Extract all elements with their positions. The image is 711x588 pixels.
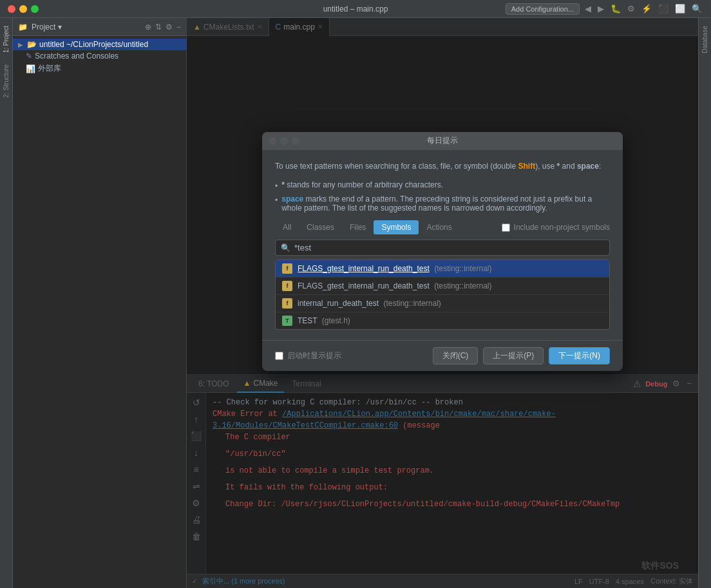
tip-shift: Shift xyxy=(518,162,536,171)
search-icon[interactable]: 🔍 xyxy=(690,3,703,15)
editor-bottom-split: ▲ CMakeLists.txt ✕ C main.cpp ✕ 6: TODO xyxy=(187,18,698,588)
bullet-text-2: space marks the end of a pattern. The pr… xyxy=(281,194,610,213)
project-panel: 📁 Project ▾ ⊕ ⇅ ⚙ − ▶ 📂 untitled ~/CLion… xyxy=(13,18,187,588)
sidebar-item-structure[interactable]: 2: Structure xyxy=(1,59,12,103)
search-tab-files[interactable]: Files xyxy=(342,220,374,234)
search-checkbox-area: Include non-project symbols xyxy=(502,223,610,232)
result-name-0: FLAGS_gtest_internal_run_death_test (tes… xyxy=(298,264,492,273)
sync-icon[interactable]: ⇅ xyxy=(155,23,162,32)
minimize-panel-icon[interactable]: − xyxy=(176,23,181,32)
tree-item-external-libs[interactable]: 📊 外部库 xyxy=(13,62,186,75)
include-nonproj-checkbox[interactable] xyxy=(502,223,510,232)
debug-icon[interactable]: 🐛 xyxy=(609,3,622,15)
include-nonproj-label: Include non-project symbols xyxy=(514,223,610,232)
result-name-3: TEST (gtest.h) xyxy=(298,316,350,325)
minimize-button[interactable] xyxy=(19,5,27,13)
dialog-tl-1[interactable] xyxy=(269,137,276,145)
stop-icon[interactable]: ⬛ xyxy=(657,3,670,15)
result-icon-0: f xyxy=(282,263,292,274)
result-item-1[interactable]: f FLAGS_gtest_internal_run_death_test (t… xyxy=(276,278,609,295)
search-tab-classes[interactable]: Classes xyxy=(299,220,342,234)
maximize-button[interactable] xyxy=(31,5,39,13)
search-input-row: 🔍 xyxy=(275,240,610,256)
dialog-tl-3[interactable] xyxy=(292,137,299,145)
result-name-1: FLAGS_gtest_internal_run_death_test (tes… xyxy=(298,281,492,290)
dialog-body: To use text patterns when searching for … xyxy=(262,150,623,340)
coverage-icon[interactable]: ⚙ xyxy=(626,3,636,15)
expand-icon[interactable]: ⬜ xyxy=(674,3,687,15)
dialog-tip-text: To use text patterns when searching for … xyxy=(275,160,610,173)
result-item-2[interactable]: f internal_run_death_test (testing::inte… xyxy=(276,295,609,312)
toolbar-right: Add Configuration... ◀ ▶ 🐛 ⚙ ⚡ ⬛ ⬜ 🔍 xyxy=(506,3,703,15)
search-tabs: All Classes Files Symbols Actions Includ… xyxy=(275,220,610,234)
dialog-btn-area: 关闭(C) 上一提示(P) 下一提示(N) xyxy=(433,347,610,365)
startup-checkbox-area: 启动时显示提示 xyxy=(275,350,341,361)
main-layout: 1: Project 2: Structure 📁 Project ▾ ⊕ ⇅ … xyxy=(0,18,711,588)
result-item-0[interactable]: f FLAGS_gtest_internal_run_death_test (t… xyxy=(276,260,609,278)
result-name-2: internal_run_death_test (testing::intern… xyxy=(298,299,441,308)
search-input-icon: 🔍 xyxy=(281,243,290,252)
tree-item-scratches[interactable]: ✎ Scratches and Consoles xyxy=(13,50,186,62)
run-icon[interactable]: ▶ xyxy=(596,3,605,15)
dialog-tl-2[interactable] xyxy=(280,137,288,145)
bullet-dot-2: • xyxy=(275,196,278,205)
project-folder-icon: 📁 xyxy=(18,23,28,32)
startup-label: 启动时显示提示 xyxy=(287,350,341,361)
result-item-3[interactable]: T TEST (gtest.h) xyxy=(276,312,609,329)
folder-icon: 📂 xyxy=(27,40,37,49)
lib-icon: 📊 xyxy=(26,64,35,73)
settings-icon[interactable]: ⚙ xyxy=(166,23,173,32)
project-title: Project ▾ xyxy=(32,23,141,32)
tip-bullet-1: • * stands for any number of arbitrary c… xyxy=(275,180,610,191)
add-icon[interactable]: ⊕ xyxy=(145,23,151,32)
bullet-text-1: * stands for any number of arbitrary cha… xyxy=(281,180,443,189)
results-list: f FLAGS_gtest_internal_run_death_test (t… xyxy=(275,260,610,330)
tip-text-2: ), use * and space: xyxy=(535,162,601,171)
tip-dialog: 每日提示 To use text patterns when searching… xyxy=(262,132,623,371)
title-bar: untitled – main.cpp Add Configuration...… xyxy=(0,0,711,18)
bullet-dot-1: • xyxy=(275,182,278,191)
tree-item-root[interactable]: ▶ 📂 untitled ~/CLionProjects/untitled xyxy=(13,39,186,50)
tip-bullet-2: • space marks the end of a pattern. The … xyxy=(275,194,610,213)
result-icon-3: T xyxy=(282,316,292,326)
next-tip-button[interactable]: 下一提示(N) xyxy=(549,347,610,365)
search-tab-symbols[interactable]: Symbols xyxy=(374,220,419,234)
result-icon-1: f xyxy=(282,281,292,291)
tip-text-1: To use text patterns when searching for … xyxy=(275,162,518,171)
dialog-overlay: 每日提示 To use text patterns when searching… xyxy=(187,18,698,588)
tree-arrow: ▶ xyxy=(18,41,24,48)
tree-item-scratches-label: Scratches and Consoles xyxy=(35,52,118,61)
scratches-icon: ✎ xyxy=(26,52,32,61)
search-tab-all[interactable]: All xyxy=(275,220,299,234)
close-button-dialog[interactable]: 关闭(C) xyxy=(433,347,479,365)
dialog-title-bar: 每日提示 xyxy=(262,132,623,150)
tree-item-libs-label: 外部库 xyxy=(38,63,61,74)
prev-tip-button[interactable]: 上一提示(P) xyxy=(483,347,544,365)
window-title: untitled – main.cpp xyxy=(323,5,388,14)
startup-checkbox[interactable] xyxy=(275,352,283,360)
dialog-title: 每日提示 xyxy=(427,135,458,146)
sidebar-item-database[interactable]: Database xyxy=(699,21,710,59)
dialog-bottom: 启动时显示提示 关闭(C) 上一提示(P) 下一提示(N) xyxy=(262,340,623,371)
traffic-lights xyxy=(8,5,39,13)
close-button[interactable] xyxy=(8,5,15,13)
side-tabs-right: Database xyxy=(698,18,711,588)
back-icon[interactable]: ◀ xyxy=(583,3,592,15)
project-tree: ▶ 📂 untitled ~/CLionProjects/untitled ✎ … xyxy=(13,36,186,588)
profile-icon[interactable]: ⚡ xyxy=(640,3,653,15)
search-tab-actions[interactable]: Actions xyxy=(419,220,459,234)
side-tabs-left: 1: Project 2: Structure xyxy=(0,18,13,588)
add-configuration-button[interactable]: Add Configuration... xyxy=(506,3,580,15)
search-input[interactable] xyxy=(294,243,604,252)
result-icon-2: f xyxy=(282,298,292,308)
project-toolbar: 📁 Project ▾ ⊕ ⇅ ⚙ − xyxy=(13,18,186,36)
tree-item-label: untitled ~/CLionProjects/untitled xyxy=(39,40,148,49)
sidebar-item-project[interactable]: 1: Project xyxy=(1,21,12,58)
